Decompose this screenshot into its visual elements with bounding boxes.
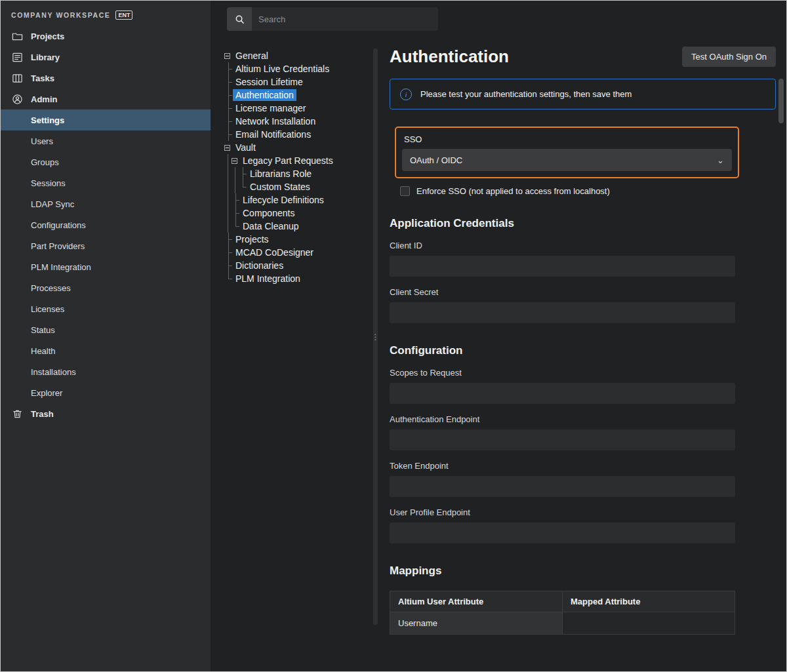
field-label-token-endpoint: Token Endpoint (390, 461, 776, 471)
tree-item-label: Altium Live Credentials (233, 63, 332, 75)
tree-connector (224, 75, 233, 89)
tree-item-custom-states[interactable]: Custom States (223, 180, 371, 193)
sidebar-item-licenses[interactable]: Licenses (1, 298, 211, 319)
info-banner: i Please test your authentication settin… (390, 79, 776, 109)
tree-item-librarians-role[interactable]: Librarians Role (223, 167, 371, 180)
sidebar-item-plm-integration[interactable]: PLM Integration (1, 256, 211, 277)
sidebar-item-explorer[interactable]: Explorer (1, 382, 211, 403)
tree-connector (232, 207, 240, 220)
tree-collapse-icon[interactable] (224, 145, 230, 151)
tree-collapse-icon[interactable] (232, 158, 237, 164)
tree-item-label: Email Notifications (233, 128, 313, 140)
tree-item-authentication[interactable]: Authentication (223, 89, 371, 102)
sidebar-item-ldap-sync[interactable]: LDAP Sync (1, 193, 211, 214)
input-client-id[interactable] (390, 256, 735, 277)
input-user-profile-endpoint[interactable] (390, 523, 735, 544)
table-cell-mapped (563, 612, 735, 635)
tree-item-vault[interactable]: Vault (223, 141, 371, 154)
sso-select[interactable]: OAuth / OIDC ⌄ (402, 149, 732, 171)
tree-item-general[interactable]: General (223, 49, 371, 62)
input-scopes-to-request[interactable] (390, 383, 735, 404)
sidebar-item-sessions[interactable]: Sessions (1, 172, 211, 193)
tree-connector (224, 128, 233, 141)
workspace-header: COMPANY WORKSPACE ENT (1, 1, 211, 26)
tree-collapse-icon[interactable] (224, 53, 230, 59)
sidebar-item-label: Tasks (31, 73, 54, 83)
table-header-row: Altium User AttributeMapped Attribute (390, 591, 735, 612)
tree-item-label: Librarians Role (247, 168, 314, 180)
enforce-sso-row: Enforce SSO (not applied to access from … (400, 186, 776, 196)
tree-item-session-lifetime[interactable]: Session Lifetime (223, 75, 371, 89)
app-credentials-fields: Client IDClient Secret (390, 241, 776, 323)
sidebar-item-status[interactable]: Status (1, 319, 211, 340)
sidebar-item-admin[interactable]: Admin (1, 89, 211, 109)
tree-item-plm-integration[interactable]: PLM Integration (223, 272, 371, 285)
tree-item-components[interactable]: Components (223, 207, 371, 220)
tree-item-label: PLM Integration (233, 273, 303, 285)
sidebar-item-health[interactable]: Health (1, 340, 211, 361)
tree-connector (224, 62, 233, 75)
sidebar-item-groups[interactable]: Groups (1, 151, 211, 172)
sidebar-item-users[interactable]: Users (1, 130, 211, 151)
input-token-endpoint[interactable] (390, 476, 735, 497)
app-window: COMPANY WORKSPACE ENT ProjectsLibraryTas… (0, 0, 787, 672)
sidebar-item-configurations[interactable]: Configurations (1, 214, 211, 235)
sidebar-item-label: Trash (31, 409, 54, 419)
tree-guide-line (232, 167, 239, 180)
tree-item-license-manager[interactable]: License manager (223, 102, 371, 115)
column-header-mapped-attribute: Mapped Attribute (563, 591, 735, 612)
admin-user-icon (11, 93, 23, 105)
sidebar-item-processes[interactable]: Processes (1, 277, 211, 298)
tree-guide-line (224, 154, 232, 167)
sidebar-item-installations[interactable]: Installations (1, 361, 211, 382)
scrollbar-thumb[interactable] (778, 79, 784, 123)
sidebar-item-library[interactable]: Library (1, 47, 211, 68)
tree-connector (224, 89, 233, 102)
tree-item-legacy-part-requests[interactable]: Legacy Part Requests (223, 154, 371, 167)
section-configuration: Configuration (390, 344, 776, 357)
tree-item-altium-live-credentials[interactable]: Altium Live Credentials (223, 62, 371, 75)
sidebar-item-trash[interactable]: Trash (1, 403, 211, 424)
vertical-scrollbar[interactable] (777, 49, 785, 669)
sidebar-item-settings[interactable]: Settings (1, 109, 211, 130)
tree-connector (224, 259, 233, 272)
input-client-secret[interactable] (390, 302, 735, 323)
search-button[interactable] (227, 7, 252, 31)
tree-connector (224, 272, 233, 285)
ent-badge: ENT (115, 10, 132, 20)
sidebar-item-part-providers[interactable]: Part Providers (1, 235, 211, 256)
tree-connector (232, 220, 240, 233)
sso-select-value: OAuth / OIDC (410, 155, 462, 165)
tree-item-data-cleanup[interactable]: Data Cleanup (223, 220, 371, 233)
tree-item-label: MCAD CoDesigner (233, 247, 316, 258)
sidebar-item-projects[interactable]: Projects (1, 26, 211, 47)
sidebar-item-label: Library (31, 52, 60, 62)
sidebar-item-label: Projects (31, 31, 64, 41)
sidebar-item-tasks[interactable]: Tasks (1, 68, 211, 89)
tree-connector (224, 102, 233, 115)
field-label-client-id: Client ID (390, 241, 776, 250)
tree-item-projects[interactable]: Projects (223, 233, 371, 246)
panel-splitter[interactable]: ⋮ (373, 49, 378, 625)
tree-item-email-notifications[interactable]: Email Notifications (223, 128, 371, 141)
tree-item-dictionaries[interactable]: Dictionaries (223, 259, 371, 272)
tree-guide-line (232, 180, 239, 193)
tree-item-lifecycle-definitions[interactable]: Lifecycle Definitions (223, 193, 371, 207)
sidebar-item-label: Admin (31, 94, 57, 104)
enforce-sso-label: Enforce SSO (not applied to access from … (416, 186, 610, 196)
enforce-sso-checkbox[interactable] (400, 186, 410, 196)
workspace-title: COMPANY WORKSPACE (11, 11, 110, 19)
tree-item-label: General (233, 50, 271, 62)
tree-item-label: Custom States (247, 181, 313, 193)
content-header: Authentication Test OAuth Sign On (390, 47, 776, 67)
tree-guide-line (224, 193, 232, 207)
tree-item-network-installation[interactable]: Network Installation (223, 115, 371, 128)
tree-item-mcad-codesigner[interactable]: MCAD CoDesigner (223, 246, 371, 259)
tree-item-label: Lifecycle Definitions (240, 194, 327, 206)
tasks-icon (11, 72, 23, 84)
table-row[interactable]: Username (390, 612, 735, 635)
table-cell-attribute: Username (390, 612, 563, 635)
tree-connector (224, 233, 233, 246)
test-oauth-button[interactable]: Test OAuth Sign On (682, 47, 776, 67)
input-authentication-endpoint[interactable] (390, 429, 735, 450)
